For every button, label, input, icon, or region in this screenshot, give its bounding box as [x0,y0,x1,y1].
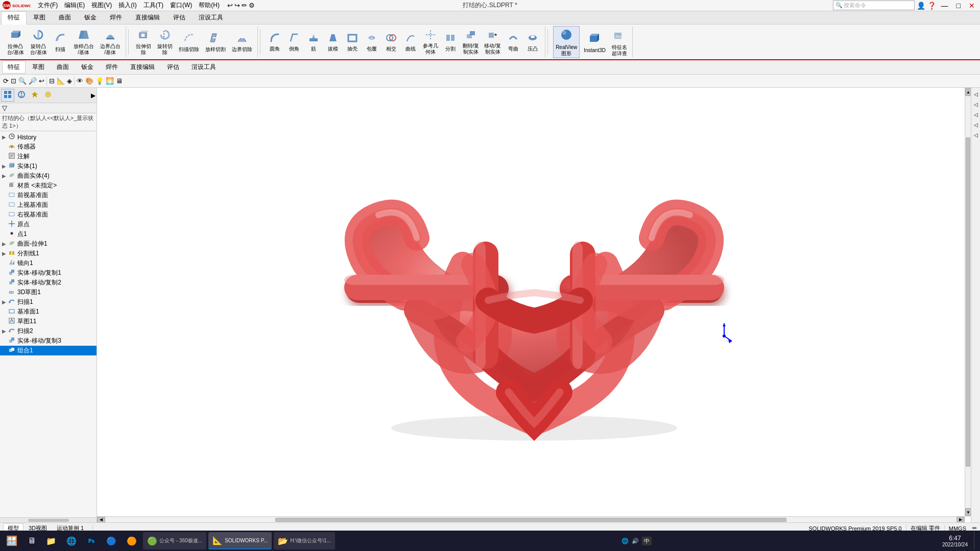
tab-render[interactable]: 渲设工具 [192,11,230,24]
btn-instant3d[interactable]: Instant3D [582,30,608,55]
taskbar-app2[interactable]: 🟠 [123,532,141,549]
vt-previous-view-icon[interactable]: ↩ [39,77,44,85]
vt-zoom-area-icon[interactable]: 🔍 [18,77,27,85]
scroll-right-btn[interactable]: ▶ [957,517,965,523]
lp-tab-property-manager[interactable] [15,89,28,101]
tree-item-curve1[interactable]: ▶ 曲面-拉伸1 [0,239,97,249]
btn-move-solid[interactable]: 移动/复制实体 [482,28,503,56]
tree-item-3dsketch[interactable]: 3D 3D草图1 [0,288,97,297]
btn-extrude-boss[interactable]: 拉伸凸台/基体 [5,28,26,57]
btn-draft[interactable]: 拔模 [324,31,342,53]
taskbar-solidworks[interactable]: 📐 SOLIDWORKS P... [208,532,272,549]
tree-item-move1[interactable]: 实体-移动/复制1 [0,268,97,278]
h-scrollbar[interactable]: ◀ ▶ [97,516,965,522]
lp-tab-config-manager[interactable] [29,89,41,101]
btn-move-copy-solid[interactable]: 翻转/复制实体 [461,28,482,56]
tab2-sketch[interactable]: 草图 [27,61,50,74]
btn-indent[interactable]: 压凸 [523,31,542,53]
taskbar-app1[interactable]: 🔵 [102,532,121,549]
viewport[interactable]: ▲ ▼ ◀ ▶ [97,88,971,522]
btn-intersect[interactable]: 相交 [382,31,400,53]
tab-sketch[interactable]: 草图 [27,11,52,24]
tree-item-history[interactable]: ▶ History [0,132,97,142]
scroll-thumb[interactable] [966,137,970,467]
tree-item-sweep1[interactable]: ▶ 扫描1 [0,297,97,307]
tab-sheetmetal[interactable]: 钣金 [78,11,103,24]
restore-btn[interactable]: □ [953,2,964,10]
menu-insert[interactable]: 插入(I) [115,0,139,11]
tray-ime[interactable]: 中 [642,537,652,545]
tab2-render[interactable]: 渲设工具 [186,61,222,74]
btn-feature-name[interactable]: Abc 特征名超详查 [610,27,629,58]
tab2-weldment[interactable]: 焊件 [100,61,124,74]
tree-item-sweep2[interactable]: ▶ 扫描2 [0,326,97,336]
start-button[interactable]: 🪟 [2,532,21,549]
vt-section-icon[interactable]: ⊟ [49,77,55,85]
vt-zoom-fit-icon[interactable]: ⊡ [11,77,16,85]
filter-icon[interactable]: ▽ [2,104,7,112]
rp-btn-5[interactable]: ◁ [972,131,980,139]
taskbar-360[interactable]: 🟢 公众号 - 360极速... [143,532,206,549]
tree-item-move2[interactable]: 实体-移动/复制2 [0,278,97,288]
tab2-evaluate[interactable]: 评估 [161,61,185,74]
hscroll-thumb[interactable] [275,518,786,522]
lp-tab-feature-manager[interactable] [1,89,14,102]
tree-item-top-plane[interactable]: 上视基准面 [0,200,97,210]
tree-item-point1[interactable]: 点1 [0,229,97,239]
tab-features[interactable]: 特征 [1,11,27,25]
tree-item-right-plane[interactable]: 右视基准面 [0,210,97,220]
vt-zoom-in-icon[interactable]: 🔎 [29,77,37,85]
tree-item-notes[interactable]: 注解 [0,152,97,161]
scroll-left-btn[interactable]: ◀ [97,517,105,523]
btn-split[interactable]: 分割 [441,31,460,53]
tree-item-material[interactable]: 材质 <未指定> [0,181,97,190]
tree-item-combine1[interactable]: 组合1 [0,346,97,355]
tree-item-front-plane[interactable]: 前视基准面 [0,190,97,200]
btn-revolve-boss[interactable]: 旋转凸台/基体 [28,28,49,57]
minimize-btn[interactable]: — [938,2,951,10]
rp-btn-1[interactable]: ◁ [972,90,980,98]
tree-item-move3[interactable]: 实体-移动/复制3 [0,336,97,346]
btn-fillet[interactable]: 圆角 [266,31,284,53]
v-scrollbar[interactable]: ▲ ▼ [965,88,971,516]
tray-network-icon[interactable]: 🌐 [622,538,629,544]
toolbar-icon-2[interactable]: ↪ [234,2,240,9]
tree-item-origin[interactable]: 原点 [0,220,97,229]
btn-realview[interactable]: RealView图形 [553,26,580,58]
tree-item-sensors[interactable]: 传感器 [0,142,97,152]
tree-item-sketch11[interactable]: 草图11 [0,317,97,326]
scroll-up-btn[interactable]: ▲ [965,88,971,96]
user-icon[interactable]: 👤 [917,2,925,10]
tree-item-datum1[interactable]: 基准面1 [0,307,97,317]
tab2-surface[interactable]: 曲面 [51,61,75,74]
vt-lighting-icon[interactable]: 💡 [95,77,104,85]
btn-loft-boss[interactable]: 放样凸台/基体 [71,28,96,57]
tree-item-mirror1[interactable]: 镜向1 [0,258,97,268]
menu-help[interactable]: 帮助(H) [196,0,223,11]
tree-item-surface4[interactable]: ▶ 曲面实体(4) [0,171,97,181]
btn-ref-geom[interactable]: 参考几何体 [421,28,440,56]
vt-apply-scene-icon[interactable]: 🌅 [106,77,114,85]
btn-sweep-cut[interactable]: 扫描切除 [177,31,201,54]
menu-window[interactable]: 窗口(W) [167,0,195,11]
menu-edit[interactable]: 编辑(E) [61,0,88,11]
btn-loft-cut[interactable]: 放样切割 [203,31,228,54]
scroll-down-btn[interactable]: ▼ [965,508,971,516]
tab2-features[interactable]: 特征 [2,61,26,74]
taskbar-desktop[interactable]: 🖥 [23,532,40,549]
btn-shell[interactable]: 抽壳 [343,31,362,53]
vt-view-settings-icon[interactable]: 🖥 [116,77,123,85]
vt-hide-show-icon[interactable]: 👁 [77,77,83,85]
show-desktop-btn[interactable] [974,532,978,550]
taskbar-folder[interactable]: 📂 H:\微信公众号\1... [274,532,334,549]
tree-item-solid1[interactable]: ▶ 实体(1) [0,161,97,171]
vt-rotate-icon[interactable]: ⟳ [3,77,9,85]
taskbar-photoshop[interactable]: Ps [83,532,100,549]
rp-btn-4[interactable]: ◁ [972,121,980,129]
toolbar-icon-3[interactable]: ✏ [242,2,247,9]
btn-chamfer[interactable]: 倒角 [285,31,303,53]
btn-flex[interactable]: 弯曲 [504,31,522,53]
toolbar-icon-1[interactable]: ↩ [227,2,233,9]
vt-display-style-icon[interactable]: ◈ [67,77,72,85]
left-panel-hscroll[interactable] [0,517,97,522]
